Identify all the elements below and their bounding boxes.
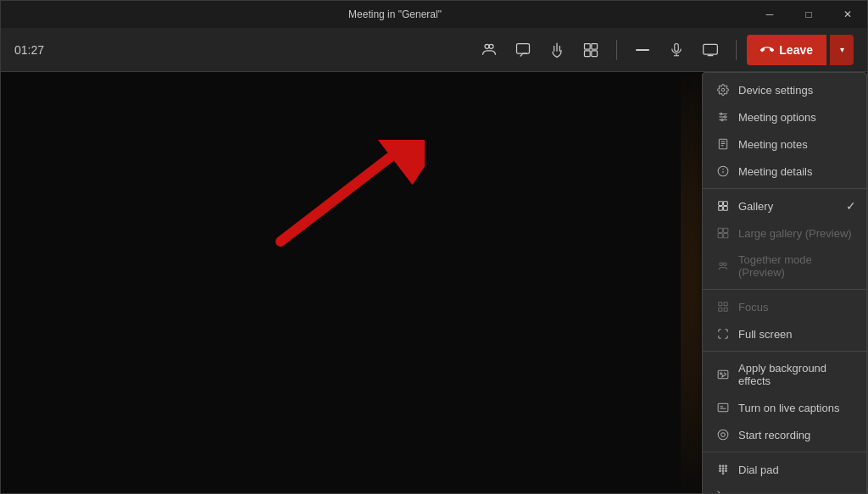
captions-icon — [716, 401, 730, 414]
menu-item-large-gallery[interactable]: Large gallery (Preview) — [703, 219, 866, 247]
svg-point-54 — [726, 468, 727, 469]
svg-point-36 — [720, 263, 723, 266]
svg-rect-11 — [704, 44, 718, 54]
background-effects-label: Apply background effects — [738, 362, 853, 387]
svg-point-53 — [722, 468, 724, 469]
svg-rect-34 — [718, 234, 722, 238]
leave-dropdown-button[interactable]: ▾ — [830, 35, 854, 65]
menu-item-dial-pad[interactable]: Dial pad — [703, 456, 866, 483]
screen-share-button[interactable] — [695, 35, 726, 65]
chat-button[interactable] — [508, 35, 538, 65]
svg-rect-41 — [724, 308, 727, 311]
close-button[interactable]: ✕ — [828, 1, 867, 28]
start-recording-label: Start recording — [738, 429, 810, 441]
turn-off-video-label: Turn off incoming video — [738, 491, 852, 494]
menu-item-turn-off-video[interactable]: Turn off incoming video — [703, 483, 866, 493]
arrow-pointer — [255, 140, 425, 253]
menu-item-gallery[interactable]: Gallery ✓ — [703, 192, 866, 219]
svg-rect-2 — [517, 43, 530, 53]
svg-rect-39 — [724, 303, 727, 306]
fullscreen-icon — [716, 327, 730, 341]
svg-rect-31 — [724, 207, 728, 211]
svg-point-50 — [722, 465, 724, 467]
svg-point-48 — [721, 433, 726, 437]
menu-item-together-mode[interactable]: Together mode (Preview) — [703, 247, 866, 286]
dial-pad-icon — [716, 463, 730, 476]
screen-share-icon — [702, 42, 719, 58]
menu-item-meeting-notes[interactable]: Meeting notes — [703, 130, 866, 158]
menu-item-focus[interactable]: Focus — [703, 293, 866, 320]
svg-rect-32 — [718, 228, 722, 232]
full-screen-label: Full screen — [738, 328, 793, 341]
info-icon — [716, 164, 730, 178]
more-option-1-button[interactable] — [627, 35, 658, 65]
meeting-notes-label: Meeting notes — [738, 138, 808, 151]
svg-rect-28 — [719, 202, 723, 206]
together-mode-icon — [716, 259, 730, 273]
maximize-button[interactable]: □ — [789, 1, 828, 28]
svg-point-37 — [724, 263, 727, 266]
menu-item-full-screen[interactable]: Full screen — [703, 320, 866, 347]
svg-point-20 — [721, 119, 723, 120]
svg-point-52 — [720, 468, 721, 469]
leave-label: Leave — [779, 43, 813, 57]
video-off-icon — [716, 490, 730, 493]
window-title: Meeting in "General" — [40, 8, 750, 20]
svg-rect-21 — [719, 139, 726, 149]
menu-item-start-recording[interactable]: Start recording — [703, 421, 866, 448]
red-arrow-icon — [255, 140, 425, 250]
together-mode-label: Together mode (Preview) — [738, 253, 853, 279]
svg-line-60 — [718, 491, 729, 493]
recording-icon — [716, 428, 730, 441]
title-bar: Meeting in "General" ─ □ ✕ — [1, 1, 867, 28]
app-window: Meeting in "General" ─ □ ✕ 01:27 — [0, 0, 868, 494]
gallery-icon — [716, 199, 730, 213]
sliders-icon — [716, 110, 730, 124]
svg-point-47 — [718, 430, 728, 440]
svg-rect-40 — [719, 308, 722, 311]
menu-item-background-effects[interactable]: Apply background effects — [703, 355, 866, 394]
svg-rect-6 — [592, 50, 598, 56]
audio-button[interactable] — [661, 35, 692, 65]
main-content: Device settings Meeting options — [1, 72, 867, 493]
leave-button[interactable]: Leave — [747, 35, 826, 65]
separator-3 — [703, 351, 866, 352]
notes-icon — [716, 137, 730, 151]
svg-point-0 — [485, 44, 489, 48]
raise-hand-button[interactable] — [542, 35, 572, 65]
svg-point-51 — [726, 465, 727, 467]
large-gallery-icon — [716, 226, 730, 240]
minimize-button[interactable]: ─ — [750, 1, 789, 28]
meeting-options-label: Meeting options — [738, 111, 816, 124]
gear-icon — [716, 83, 730, 97]
svg-rect-5 — [585, 50, 591, 56]
context-menu: Device settings Meeting options — [702, 72, 867, 493]
toolbar-separator — [616, 40, 617, 60]
layout-button[interactable] — [576, 35, 606, 65]
people-icon — [481, 42, 498, 58]
svg-rect-33 — [724, 228, 728, 232]
svg-point-43 — [721, 373, 722, 375]
gallery-checkmark: ✓ — [846, 199, 856, 213]
menu-item-device-settings[interactable]: Device settings — [703, 76, 866, 103]
svg-rect-7 — [636, 49, 649, 51]
svg-point-18 — [721, 113, 722, 114]
meeting-toolbar: 01:27 — [1, 28, 867, 72]
svg-rect-30 — [719, 207, 723, 211]
svg-point-57 — [726, 470, 727, 472]
svg-rect-4 — [592, 43, 598, 49]
live-captions-label: Turn on live captions — [738, 402, 839, 414]
phone-icon — [760, 43, 774, 57]
menu-item-meeting-details[interactable]: Meeting details — [703, 158, 866, 185]
svg-point-58 — [722, 473, 724, 475]
menu-item-live-captions[interactable]: Turn on live captions — [703, 394, 866, 421]
svg-line-13 — [281, 157, 391, 241]
people-button[interactable] — [474, 35, 504, 65]
chat-icon — [515, 42, 531, 58]
menu-item-meeting-options[interactable]: Meeting options — [703, 103, 866, 130]
svg-point-1 — [489, 44, 493, 48]
svg-rect-3 — [585, 43, 591, 49]
chevron-down-icon: ▾ — [840, 45, 844, 54]
meeting-details-label: Meeting details — [738, 165, 812, 178]
toolbar-separator-2 — [736, 40, 737, 60]
